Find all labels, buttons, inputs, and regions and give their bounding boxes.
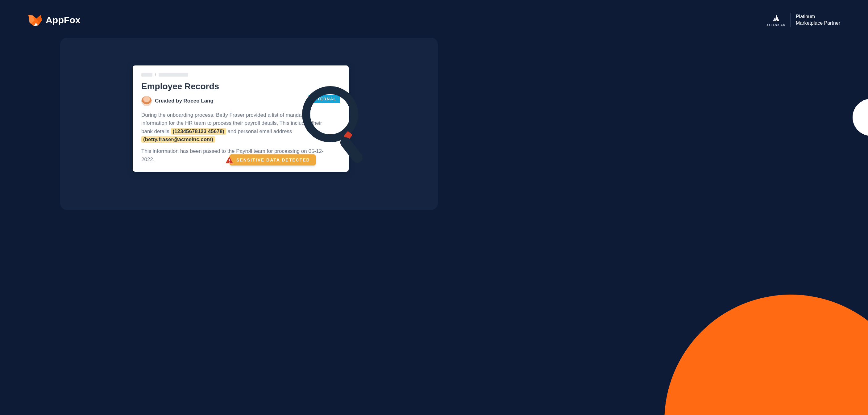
body-paragraph-1: During the onboarding process, Betty Fra… bbox=[141, 111, 333, 144]
svg-rect-1 bbox=[343, 131, 352, 140]
header: AppFox ATLASSIAN Platinum Marketplace Pa… bbox=[0, 11, 868, 29]
partner-line1: Platinum bbox=[796, 13, 840, 20]
document-card: / Employee Records Created by Rocco Lang… bbox=[133, 65, 349, 172]
crumb-slash: / bbox=[155, 72, 156, 77]
decor-orange-circle bbox=[664, 295, 868, 415]
body-text-1b: and personal email address bbox=[228, 128, 292, 134]
decor-white-circle bbox=[852, 99, 868, 136]
crumb-seg-1 bbox=[141, 73, 152, 77]
breadcrumb: / bbox=[141, 72, 340, 77]
atlassian-block: ATLASSIAN bbox=[767, 14, 785, 27]
atlassian-label: ATLASSIAN bbox=[767, 24, 785, 27]
status-badge: INTERNAL bbox=[309, 95, 340, 103]
brand-name: AppFox bbox=[46, 15, 81, 25]
avatar bbox=[141, 96, 152, 106]
atlassian-icon bbox=[772, 14, 780, 22]
divider bbox=[790, 13, 791, 27]
highlight-email: (betty.fraser@acmeinc.com) bbox=[141, 136, 215, 143]
created-by: Created by Rocco Lang bbox=[155, 98, 214, 104]
partner-title: Platinum Marketplace Partner bbox=[796, 13, 840, 27]
brand-left: AppFox bbox=[28, 13, 81, 27]
svg-rect-2 bbox=[338, 135, 365, 164]
brand-right: ATLASSIAN Platinum Marketplace Partner bbox=[767, 13, 840, 27]
partner-line2: Marketplace Partner bbox=[796, 20, 840, 27]
body-paragraph-2: This information has been passed to the … bbox=[141, 147, 333, 164]
frame: / Employee Records Created by Rocco Lang… bbox=[60, 38, 438, 210]
fox-icon bbox=[28, 13, 42, 27]
crumb-seg-2 bbox=[159, 73, 188, 77]
page-title: Employee Records bbox=[141, 82, 340, 91]
highlight-bank: (12345678123 45678) bbox=[170, 128, 226, 135]
